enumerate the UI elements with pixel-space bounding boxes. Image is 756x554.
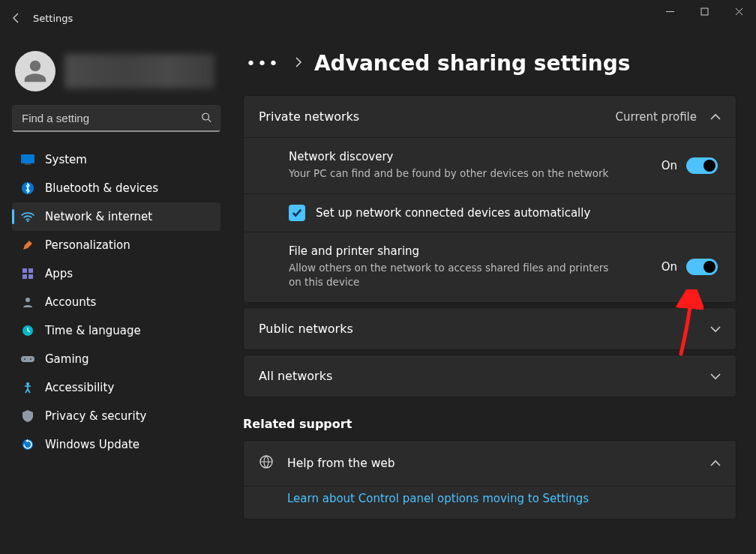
sidebar-item-bluetooth[interactable]: Bluetooth & devices bbox=[12, 174, 220, 202]
sidebar-item-label: Gaming bbox=[45, 352, 89, 366]
minimize-button[interactable] bbox=[652, 0, 687, 22]
svg-rect-0 bbox=[701, 8, 708, 15]
accessibility-icon bbox=[21, 381, 34, 394]
search-input[interactable] bbox=[12, 105, 220, 132]
chevron-down-icon bbox=[710, 369, 721, 383]
sidebar-item-system[interactable]: System bbox=[12, 145, 220, 174]
avatar bbox=[15, 51, 56, 91]
sidebar-item-privacy[interactable]: Privacy & security bbox=[12, 402, 220, 430]
close-button[interactable] bbox=[722, 0, 756, 22]
sidebar-item-personalization[interactable]: Personalization bbox=[12, 231, 220, 259]
svg-point-5 bbox=[27, 220, 28, 222]
public-networks-header[interactable]: Public networks bbox=[244, 308, 736, 349]
chevron-right-icon bbox=[295, 56, 302, 70]
page-title: Advanced sharing settings bbox=[314, 51, 630, 76]
sidebar-item-accessibility[interactable]: Accessibility bbox=[12, 373, 220, 402]
svg-rect-9 bbox=[28, 274, 33, 279]
chevron-down-icon bbox=[710, 322, 721, 336]
private-networks-header[interactable]: Private networks Current profile bbox=[244, 96, 736, 137]
setting-title: Network discovery bbox=[289, 150, 608, 163]
svg-rect-3 bbox=[25, 163, 31, 165]
help-from-web-header[interactable]: Help from the web bbox=[244, 441, 736, 486]
sidebar-item-gaming[interactable]: Gaming bbox=[12, 345, 220, 373]
toggle-state: On bbox=[662, 159, 677, 172]
checkbox-label: Set up network connected devices automat… bbox=[316, 206, 590, 220]
all-networks-card: All networks bbox=[243, 355, 736, 397]
svg-rect-7 bbox=[28, 268, 33, 273]
setting-desc: Allow others on the network to access sh… bbox=[289, 261, 611, 290]
nav-list: System Bluetooth & devices Network & int… bbox=[12, 145, 220, 459]
svg-point-13 bbox=[24, 358, 26, 360]
network-discovery-toggle[interactable] bbox=[686, 157, 718, 174]
related-support-title: Related support bbox=[243, 417, 736, 431]
svg-point-1 bbox=[202, 113, 209, 120]
sidebar-item-label: Privacy & security bbox=[45, 409, 146, 423]
setting-title: File and printer sharing bbox=[289, 244, 611, 258]
sidebar-item-apps[interactable]: Apps bbox=[12, 259, 220, 288]
wifi-icon bbox=[21, 210, 34, 223]
sidebar-item-label: System bbox=[45, 153, 87, 166]
sidebar-item-label: Personalization bbox=[45, 238, 130, 252]
maximize-button[interactable] bbox=[687, 0, 722, 22]
help-from-web-card: Help from the web Learn about Control pa… bbox=[243, 440, 736, 520]
sidebar-item-label: Apps bbox=[45, 267, 73, 280]
chevron-up-icon bbox=[710, 456, 721, 470]
sidebar-item-windows-update[interactable]: Windows Update bbox=[12, 430, 220, 459]
globe-icon bbox=[259, 454, 274, 472]
gamepad-icon bbox=[21, 352, 34, 366]
sidebar-item-label: Accounts bbox=[45, 295, 96, 309]
sidebar-item-network[interactable]: Network & internet bbox=[12, 202, 220, 231]
sidebar-item-label: Bluetooth & devices bbox=[45, 181, 158, 195]
file-printer-sharing-toggle[interactable] bbox=[686, 259, 718, 275]
apps-icon bbox=[21, 267, 34, 280]
svg-rect-2 bbox=[21, 154, 34, 163]
svg-rect-12 bbox=[21, 356, 34, 362]
person-icon bbox=[21, 295, 34, 309]
chevron-up-icon bbox=[710, 110, 721, 124]
user-name-redacted bbox=[64, 54, 214, 88]
sidebar: System Bluetooth & devices Network & int… bbox=[0, 36, 232, 554]
help-title: Help from the web bbox=[287, 457, 395, 470]
window-title: Settings bbox=[33, 13, 73, 24]
user-card[interactable] bbox=[15, 51, 218, 91]
private-networks-card: Private networks Current profile Network… bbox=[243, 95, 736, 303]
section-title: Public networks bbox=[259, 322, 353, 336]
svg-rect-6 bbox=[22, 268, 27, 273]
main-content: ••• Advanced sharing settings Private ne… bbox=[232, 36, 756, 554]
all-networks-header[interactable]: All networks bbox=[244, 355, 736, 397]
title-bar: Settings bbox=[0, 0, 756, 36]
sidebar-item-label: Network & internet bbox=[45, 210, 152, 223]
svg-point-15 bbox=[26, 382, 29, 385]
sidebar-item-label: Windows Update bbox=[45, 438, 140, 451]
sidebar-item-label: Time & language bbox=[45, 324, 141, 337]
bluetooth-icon bbox=[21, 181, 34, 195]
search-icon bbox=[201, 112, 212, 126]
paintbrush-icon bbox=[21, 238, 34, 252]
file-printer-sharing-row: File and printer sharing Allow others on… bbox=[244, 232, 736, 302]
breadcrumb: ••• Advanced sharing settings bbox=[243, 51, 736, 76]
auto-setup-row[interactable]: Set up network connected devices automat… bbox=[244, 193, 736, 232]
setting-desc: Your PC can find and be found by other d… bbox=[289, 166, 608, 181]
section-title: All networks bbox=[259, 369, 332, 383]
toggle-state: On bbox=[662, 260, 677, 274]
display-icon bbox=[21, 153, 34, 166]
breadcrumb-more-button[interactable]: ••• bbox=[243, 54, 283, 73]
help-link-control-panel[interactable]: Learn about Control panel options moving… bbox=[287, 492, 589, 505]
section-title: Private networks bbox=[259, 109, 359, 124]
clock-globe-icon bbox=[21, 324, 34, 337]
public-networks-card: Public networks bbox=[243, 307, 736, 350]
sidebar-item-time-language[interactable]: Time & language bbox=[12, 316, 220, 345]
back-button[interactable] bbox=[0, 12, 33, 24]
sidebar-item-label: Accessibility bbox=[45, 381, 114, 394]
current-profile-badge: Current profile bbox=[616, 110, 698, 124]
svg-rect-8 bbox=[22, 274, 27, 279]
shield-icon bbox=[21, 409, 34, 423]
sidebar-item-accounts[interactable]: Accounts bbox=[12, 288, 220, 316]
auto-setup-checkbox[interactable] bbox=[289, 205, 305, 221]
window-controls bbox=[652, 0, 756, 22]
network-discovery-row: Network discovery Your PC can find and b… bbox=[244, 137, 736, 193]
svg-point-14 bbox=[30, 358, 32, 360]
svg-point-10 bbox=[26, 298, 30, 302]
update-icon bbox=[21, 438, 34, 451]
